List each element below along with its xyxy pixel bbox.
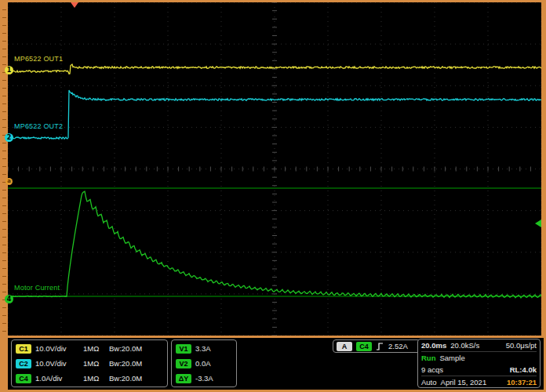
ch1-settings-row[interactable]: C1 10.0V/div 1MΩ Bw:20.0M (12, 341, 167, 356)
ch1-scale: 10.0V/div (35, 344, 79, 353)
cursor-v2-row: V2 0.0A (172, 356, 236, 371)
frame-ruler-ticks (2, 2, 6, 336)
ch4-scale: 1.0A/div (35, 374, 79, 383)
footer-row: Auto April 15, 2021 10:37:21 (421, 376, 537, 388)
cursor-delta-value: -3.3A (195, 374, 232, 383)
ch1-position-marker[interactable]: 1 (5, 66, 13, 74)
ch2-scale: 10.0V/div (35, 359, 79, 368)
cursor-v1-value: 3.3A (195, 344, 232, 353)
resolution: 50.0μs/pt (506, 341, 537, 350)
run-status: Run (421, 354, 435, 362)
ch2-settings-row[interactable]: C2 10.0V/div 1MΩ Bw:20.0M (12, 356, 167, 371)
acqs-count: 9 acqs (421, 365, 443, 374)
sample-rate: 20.0kS/s (450, 341, 479, 350)
ch2-badge[interactable]: C2 (16, 359, 31, 368)
date-label: April 15, 2021 (441, 378, 487, 387)
ch2-impedance: 1MΩ (83, 359, 105, 368)
scope-display: MP6522 OUT1 MP6522 OUT2 Motor Current 1 … (8, 2, 541, 336)
acquisition-mode: Sample (439, 354, 464, 362)
cursor-delta-row: ΔY -3.3A (172, 371, 236, 386)
trigger-readout-panel[interactable]: A C4 2.52A (333, 339, 420, 353)
timebase-panel[interactable]: 20.0ms 20.0kS/s 50.0μs/pt Run Sample 9 a… (417, 339, 541, 388)
cursor-v2-badge[interactable]: V2 (176, 359, 191, 368)
timebase-scale: 20.0ms (421, 341, 446, 350)
ch4-settings-row[interactable]: C4 1.0A/div 1MΩ Bw:20.0M (12, 371, 167, 386)
trigger-position-marker[interactable] (71, 2, 78, 8)
ch1-waveform-label: MP6522 OUT1 (14, 55, 63, 63)
waveform-canvas (8, 2, 541, 336)
ch2-position-marker[interactable]: 2 (5, 133, 13, 142)
oscilloscope-frame: MP6522 OUT1 MP6522 OUT2 Motor Current 1 … (0, 0, 546, 392)
ch1-impedance: 1MΩ (83, 344, 105, 353)
ch4-impedance: 1MΩ (83, 374, 105, 383)
cursor-readout-panel[interactable]: V1 3.3A V2 0.0A ΔY -3.3A (171, 339, 237, 387)
cursor-a-marker[interactable]: a (5, 178, 13, 185)
acquisition-state-row: Run Sample (421, 352, 537, 364)
ch4-bandwidth: Bw:20.0M (109, 374, 163, 383)
trigger-source-badge[interactable]: C4 (356, 342, 372, 351)
rising-edge-icon (376, 342, 384, 351)
trigger-mode-label: Auto (421, 378, 437, 387)
channel-settings-panel[interactable]: C1 10.0V/div 1MΩ Bw:20.0M C2 10.0V/div 1… (11, 339, 168, 387)
trigger-level-arrow[interactable] (535, 220, 541, 227)
cursor-v1-row: V1 3.3A (172, 341, 236, 356)
trigger-level-value: 2.52A (388, 342, 408, 350)
ch2-bandwidth: Bw:20.0M (109, 359, 163, 368)
ch1-badge[interactable]: C1 (16, 344, 31, 354)
acquisition-count-row: 9 acqs RL:4.0k (421, 364, 537, 376)
status-bar: C1 10.0V/div 1MΩ Bw:20.0M C2 10.0V/div 1… (8, 338, 544, 390)
time-label: 10:37:21 (507, 378, 537, 387)
ch1-bandwidth: Bw:20.0M (109, 344, 163, 353)
ch4-badge[interactable]: C4 (16, 374, 31, 383)
cursor-v1-badge[interactable]: V1 (176, 344, 191, 354)
cursor-v2-value: 0.0A (195, 359, 232, 368)
cursor-delta-badge[interactable]: ΔY (176, 374, 191, 383)
timebase-row: 20.0ms 20.0kS/s 50.0μs/pt (421, 339, 537, 352)
ch2-waveform (8, 90, 541, 139)
trigger-row: A C4 2.52A (333, 340, 420, 352)
ch2-waveform-label: MP6522 OUT2 (14, 122, 63, 130)
trigger-mode-badge[interactable]: A (337, 342, 352, 351)
ch4-waveform (8, 191, 541, 298)
ch4-waveform-label: Motor Current (14, 284, 60, 292)
ch4-position-marker[interactable]: 4 (5, 295, 13, 303)
record-length: RL:4.0k (510, 365, 537, 374)
